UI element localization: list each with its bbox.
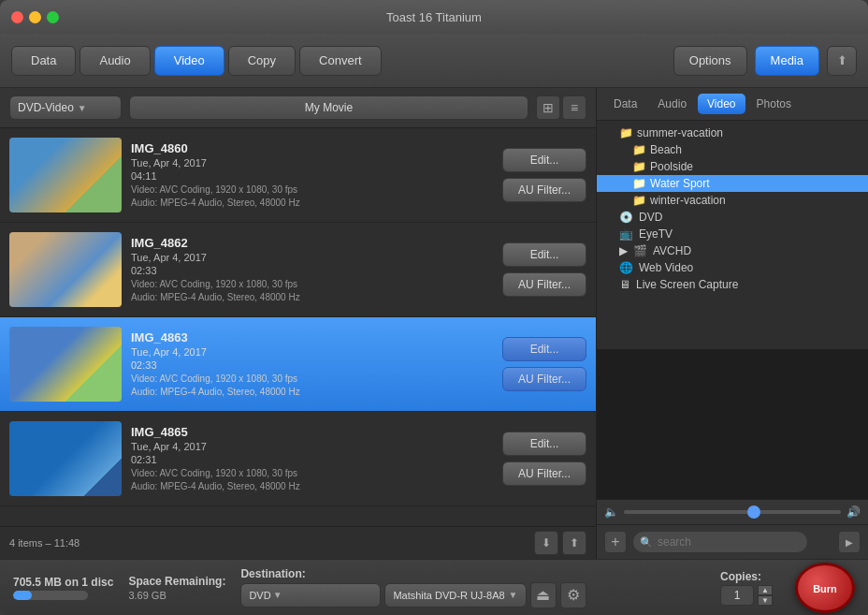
video-name: IMG_4865	[131, 425, 493, 439]
progress-fill	[13, 591, 32, 600]
video-thumbnail	[9, 327, 122, 402]
space-value: 3.69 GB	[128, 590, 225, 601]
copies-group: Copies: ▲ ▼	[720, 570, 773, 606]
left-header: DVD-Video ▼ My Movie ⊞ ≡	[0, 88, 596, 128]
tab-audio-right[interactable]: Audio	[648, 94, 696, 114]
edit-button-3[interactable]: Edit...	[502, 432, 586, 456]
tree-item-avchd[interactable]: ▶ 🎬 AVCHD	[597, 242, 868, 259]
increment-button[interactable]: ▲	[758, 585, 773, 595]
video-thumbnail	[9, 138, 122, 212]
video-date: Tue, Apr 4, 2017	[131, 157, 493, 168]
tab-video[interactable]: Video	[154, 46, 224, 76]
format-label: DVD-Video	[18, 101, 74, 114]
au-filter-button-2[interactable]: AU Filter...	[502, 367, 586, 391]
video-actions: Edit... AU Filter...	[502, 148, 586, 202]
media-button[interactable]: Media	[755, 46, 819, 76]
search-icon: 🔍	[640, 536, 653, 549]
tab-photos-right[interactable]: Photos	[747, 94, 801, 114]
folder-icon: 📁	[632, 177, 646, 190]
chevron-down-icon: ▼	[273, 590, 282, 600]
search-input[interactable]	[632, 531, 808, 553]
list-item[interactable]: IMG_4865 Tue, Apr 4, 2017 02:31 Video: A…	[0, 412, 596, 506]
volume-high-icon: 🔊	[846, 505, 861, 519]
video-spec2: Audio: MPEG-4 Audio, Stereo, 48000 Hz	[131, 197, 493, 210]
tree-label: EyeTV	[639, 227, 673, 241]
play-button[interactable]: ▶	[838, 531, 861, 553]
dvd-format-dropdown[interactable]: DVD ▼	[240, 583, 381, 608]
video-thumbnail	[9, 421, 122, 496]
minimize-button[interactable]	[29, 11, 41, 23]
video-spec1: Video: AVC Coding, 1920 x 1080, 30 fps	[131, 373, 493, 386]
tree-item-beach[interactable]: 📁 Beach	[597, 141, 868, 158]
disc-info: 705.5 MB on 1 disc	[13, 576, 113, 600]
edit-button-1[interactable]: Edit...	[502, 242, 586, 267]
add-button[interactable]: +	[604, 531, 627, 553]
settings-button[interactable]: ⚙	[560, 582, 586, 608]
window-controls[interactable]	[11, 11, 59, 23]
list-item[interactable]: IMG_4860 Tue, Apr 4, 2017 04:11 Video: A…	[0, 128, 596, 223]
tree-item-eyetv[interactable]: 📺 EyeTV	[597, 226, 868, 242]
import-button[interactable]: ⬇	[534, 531, 558, 555]
edit-button-2[interactable]: Edit...	[502, 337, 586, 361]
tab-copy[interactable]: Copy	[228, 46, 296, 76]
tab-data-right[interactable]: Data	[604, 94, 646, 114]
tree-label: summer-vacation	[637, 126, 723, 139]
au-filter-button-0[interactable]: AU Filter...	[502, 178, 586, 202]
disc-icon: 💿	[619, 211, 633, 224]
folder-icon: 📁	[632, 160, 646, 173]
tab-video-right[interactable]: Video	[698, 94, 745, 114]
list-item[interactable]: IMG_4862 Tue, Apr 4, 2017 02:33 Video: A…	[0, 223, 596, 317]
tab-audio[interactable]: Audio	[80, 46, 150, 76]
import-icon: ⬇	[542, 536, 551, 549]
disc-drive-dropdown[interactable]: Matshita DVD-R UJ-8A8 ▼	[384, 583, 526, 608]
volume-slider-container	[624, 510, 841, 514]
list-view-button[interactable]: ≡	[562, 95, 586, 120]
export-button[interactable]: ⬆	[562, 531, 586, 555]
plus-icon: +	[611, 534, 619, 549]
disc-drive-label: Matshita DVD-R UJ-8A8	[393, 590, 504, 601]
video-spec1: Video: AVC Coding, 1920 x 1080, 30 fps	[131, 278, 493, 291]
tree-item-web-video[interactable]: 🌐 Web Video	[597, 259, 868, 276]
disc-size: 705.5 MB on 1 disc	[13, 576, 113, 589]
au-filter-button-3[interactable]: AU Filter...	[502, 461, 586, 486]
tab-data[interactable]: Data	[11, 46, 76, 76]
close-button[interactable]	[11, 11, 23, 23]
tree-item-water-sport[interactable]: 📁 Water Sport	[597, 175, 868, 192]
au-filter-button-1[interactable]: AU Filter...	[502, 272, 586, 297]
view-buttons: ⊞ ≡	[536, 95, 586, 120]
toolbar: Data Audio Video Copy Convert Options Me…	[0, 34, 868, 88]
video-actions: Edit... AU Filter...	[502, 337, 586, 391]
volume-slider[interactable]	[624, 510, 841, 514]
grid-icon: ⊞	[542, 100, 554, 115]
tree-label: Beach	[650, 143, 682, 156]
chevron-down-icon: ▼	[509, 590, 518, 600]
video-actions: Edit... AU Filter...	[502, 432, 586, 486]
maximize-button[interactable]	[47, 11, 59, 23]
burn-button[interactable]: Burn	[795, 563, 855, 613]
list-item[interactable]: IMG_4863 Tue, Apr 4, 2017 02:33 Video: A…	[0, 317, 596, 412]
tree-item-screen-capture[interactable]: 🖥 Live Screen Capture	[597, 276, 868, 293]
camera-icon: 🎬	[633, 244, 647, 257]
video-thumbnail	[9, 232, 122, 307]
tree-item-dvd[interactable]: 💿 DVD	[597, 209, 868, 226]
tree-item-summer-vacation[interactable]: 📁 summer-vacation	[597, 124, 868, 141]
status-bar: 705.5 MB on 1 disc Space Remaining: 3.69…	[0, 559, 868, 615]
tree-label: AVCHD	[653, 244, 691, 257]
tree-label: winter-vacation	[650, 194, 726, 207]
tab-convert[interactable]: Convert	[299, 46, 382, 76]
preview-area	[597, 349, 868, 499]
decrement-button[interactable]: ▼	[758, 595, 773, 606]
video-actions: Edit... AU Filter...	[502, 242, 586, 297]
grid-view-button[interactable]: ⊞	[536, 95, 560, 120]
copies-input[interactable]	[720, 585, 754, 606]
options-button[interactable]: Options	[673, 46, 747, 76]
folder-icon: 📁	[632, 143, 646, 156]
tree-item-winter-vacation[interactable]: 📁 winter-vacation	[597, 192, 868, 209]
eject-button[interactable]: ⏏	[530, 582, 557, 608]
edit-button-0[interactable]: Edit...	[502, 148, 586, 172]
tree-item-poolside[interactable]: 📁 Poolside	[597, 158, 868, 175]
folder-icon: 📁	[632, 194, 646, 207]
share-icon: ⬆	[837, 53, 847, 67]
format-dropdown[interactable]: DVD-Video ▼	[9, 95, 122, 120]
share-button[interactable]: ⬆	[827, 46, 857, 76]
